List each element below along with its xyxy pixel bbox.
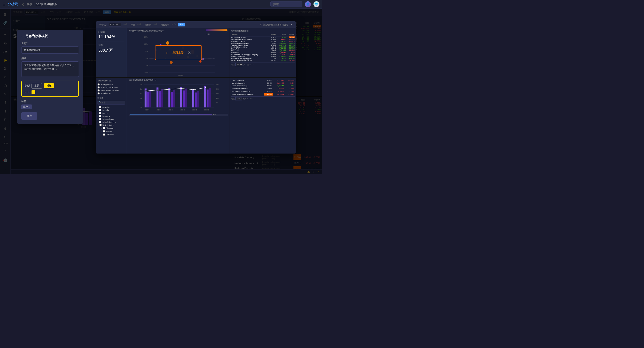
prev-color-low: -0.12 bbox=[206, 33, 210, 35]
public-checkbox[interactable]: ✓ bbox=[32, 90, 35, 94]
svg-text:25%: 25% bbox=[216, 84, 219, 85]
svg-text:4M: 4M bbox=[140, 93, 142, 94]
svg-text:20%: 20% bbox=[144, 36, 148, 38]
user-avatar: 🌐 bbox=[314, 1, 320, 7]
save-template-dialog: ⠿ 另存为故事模版 名称* 描述 仅表板主题模板的功能通常涵盖了多个方面，旨在为… bbox=[17, 30, 83, 124]
prev-bottom-prev-btn[interactable]: ‹ bbox=[251, 98, 252, 100]
prev-per-page-select[interactable]: 50 bbox=[235, 63, 243, 66]
menu-icon[interactable]: ☰ bbox=[2, 2, 6, 6]
svg-point-137 bbox=[158, 90, 159, 91]
type-template-btn[interactable]: 模板 bbox=[44, 83, 54, 88]
svg-rect-125 bbox=[171, 92, 173, 107]
svg-rect-126 bbox=[173, 90, 175, 107]
tag-item: 浅色 × bbox=[21, 104, 32, 109]
prev-vendor-label: 经销商 bbox=[145, 23, 151, 26]
app-logo: 分析云 bbox=[8, 2, 18, 7]
filter-option-wh[interactable]: Warehouse bbox=[98, 92, 125, 94]
type-section: 类型 主题 模板 公开 ✓ bbox=[21, 81, 79, 97]
prev-next-btn[interactable]: › bbox=[253, 64, 254, 66]
dialog-title-icon: ⠿ bbox=[21, 34, 24, 38]
tree-item-ca: › Canada bbox=[98, 109, 125, 112]
prev-apply-btn[interactable]: 查询 bbox=[178, 23, 185, 27]
tag-section: 标签 浅色 × bbox=[21, 100, 79, 109]
save-button[interactable]: 保存 bbox=[21, 112, 37, 120]
upload-delete-icon[interactable]: ✕ bbox=[188, 50, 191, 55]
prev-per-page-label: 每页 bbox=[231, 64, 235, 66]
prev-metric-rate: 利润率 11.194% bbox=[98, 31, 124, 40]
prev-vendor-icons: ≌ ⓘ bbox=[153, 23, 158, 26]
tree-item-uk: › United Kingdom bbox=[98, 121, 125, 124]
svg-rect-132 bbox=[197, 91, 199, 107]
svg-text:202005: 202005 bbox=[204, 109, 209, 111]
prev-prev-btn[interactable]: ‹ bbox=[252, 64, 252, 66]
desc-label: 描述 bbox=[21, 57, 79, 60]
svg-point-97 bbox=[170, 61, 173, 64]
svg-rect-130 bbox=[192, 89, 194, 107]
tree-item-ca-state: › California bbox=[101, 133, 125, 136]
svg-text:202003: 202003 bbox=[192, 109, 197, 111]
svg-point-140 bbox=[193, 89, 194, 90]
prev-bottom-right: Locks Company43,699-7,125.79-16.31% Manu… bbox=[230, 78, 296, 153]
tree-item-fr: › France bbox=[98, 112, 125, 115]
svg-text:3M: 3M bbox=[140, 97, 142, 99]
prev-vendor-tree-label: 经销商 bbox=[98, 97, 125, 99]
prev-page-info: 共 1 页 10 bbox=[244, 64, 251, 66]
upload-icon: ⬆ bbox=[166, 51, 168, 54]
type-theme-btn[interactable]: 主题 bbox=[32, 83, 42, 88]
prev-rate-value: 11.194% bbox=[98, 35, 124, 40]
prev-bottom-pagination: 每页 50 共 1 页 10 ‹ › bbox=[231, 96, 295, 100]
desc-textarea[interactable]: 仅表板主题模板的功能通常涵盖了多个方面，旨在为用户提供一种便捷且... bbox=[21, 61, 79, 77]
prev-filter-close-icon[interactable]: × bbox=[118, 24, 120, 26]
back-icon[interactable]: ❮ bbox=[22, 2, 24, 6]
tree-item-de: › Germany bbox=[98, 115, 125, 118]
prev-scatter-title: 销售额&利润率相关性(按经销商区域省市) bbox=[129, 30, 164, 32]
svg-text:201907: 201907 bbox=[144, 109, 149, 111]
svg-rect-131 bbox=[195, 93, 196, 107]
prev-bar-title: 销售额&利润率走势(按下单月份) bbox=[129, 79, 228, 82]
upload-overlay: ⬆ 重新上传 ✕ bbox=[155, 45, 202, 60]
svg-text:10%: 10% bbox=[144, 50, 148, 52]
tree-item-au: › Australia bbox=[98, 106, 125, 109]
svg-point-96 bbox=[202, 58, 204, 60]
tree-item-na: › Not Applicable bbox=[98, 118, 125, 121]
vendor-search-input[interactable] bbox=[98, 101, 125, 104]
svg-point-139 bbox=[181, 88, 182, 89]
tree-item-us-children: › Alabama › Arizona › California bbox=[98, 127, 125, 136]
prev-metrics-panel: 利润率 11.194% 利润 580.7 万 bbox=[96, 28, 127, 77]
prev-right-table: 经销商销售利润明细 经销商 ↕ 销售额 利润 利润率 Progressive S… bbox=[230, 28, 296, 77]
preview-close-btn[interactable]: × bbox=[290, 22, 294, 27]
svg-rect-133 bbox=[204, 86, 206, 107]
filter-option-sbs[interactable]: Specialty Bike Shop bbox=[98, 86, 125, 88]
name-input[interactable] bbox=[21, 47, 79, 54]
upload-btn[interactable]: 重新上传 bbox=[172, 51, 184, 55]
svg-text:1M: 1M bbox=[140, 107, 142, 108]
svg-rect-127 bbox=[180, 87, 182, 107]
prev-logo-right: @南京元数信息技术有限公司 bbox=[260, 23, 288, 26]
public-label: 公开 bbox=[24, 90, 30, 94]
name-label: 名称* bbox=[21, 42, 79, 45]
svg-text:5%: 5% bbox=[145, 57, 148, 59]
svg-text:15%: 15% bbox=[144, 43, 148, 45]
prev-metric-profit: 利润 580.7 万 bbox=[98, 42, 124, 53]
nav-right: 👤 🌐 bbox=[270, 1, 320, 7]
svg-rect-120 bbox=[149, 90, 151, 107]
prev-table-title: 经销商销售利润明细 bbox=[231, 30, 295, 32]
prev-color-high: 0.18 bbox=[224, 31, 228, 33]
filter-option-var[interactable]: Value Added Reseller bbox=[98, 89, 125, 91]
svg-text:10%: 10% bbox=[216, 97, 219, 99]
prev-profit-label: 利润 bbox=[98, 44, 124, 47]
svg-rect-128 bbox=[183, 90, 185, 107]
svg-point-141 bbox=[205, 87, 206, 88]
search-input[interactable] bbox=[270, 2, 302, 7]
prev-bottom-next-btn[interactable]: › bbox=[252, 98, 253, 100]
prev-filter-options: Not Applicable Specialty Bike Shop Value… bbox=[98, 83, 125, 94]
tag-remove-btn[interactable]: × bbox=[29, 106, 30, 108]
prev-filter-date-label: 下单日期 bbox=[98, 23, 106, 26]
svg-rect-134 bbox=[206, 90, 208, 107]
preview-grid: 利润率 11.194% 利润 580.7 万 销售额&利润率相关性(按经销商区域… bbox=[96, 28, 296, 153]
prev-bottom-per-page[interactable]: 50 bbox=[235, 97, 242, 100]
filter-option-na[interactable]: Not Applicable bbox=[98, 83, 125, 86]
prev-filter-date[interactable]: FY2020 × bbox=[108, 23, 121, 27]
svg-rect-129 bbox=[185, 88, 187, 107]
prev-filter-icons: ≌ ⓘ bbox=[123, 23, 128, 26]
